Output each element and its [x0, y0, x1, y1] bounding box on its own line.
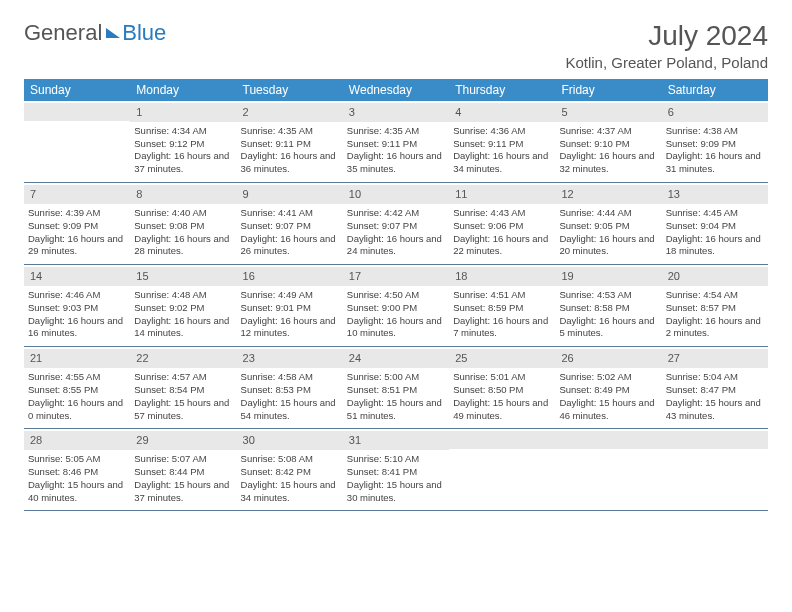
day-info: Sunrise: 4:43 AMSunset: 9:06 PMDaylight:…	[453, 207, 551, 258]
month-title: July 2024	[565, 20, 768, 52]
day-cell: 12Sunrise: 4:44 AMSunset: 9:05 PMDayligh…	[555, 183, 661, 264]
sunset-text: Sunset: 9:09 PM	[28, 220, 126, 233]
day-cell: 14Sunrise: 4:46 AMSunset: 9:03 PMDayligh…	[24, 265, 130, 346]
sunset-text: Sunset: 9:11 PM	[241, 138, 339, 151]
day-cell: 5Sunrise: 4:37 AMSunset: 9:10 PMDaylight…	[555, 101, 661, 182]
sunrise-text: Sunrise: 5:04 AM	[666, 371, 764, 384]
daylight-text: Daylight: 16 hours and 36 minutes.	[241, 150, 339, 176]
title-area: July 2024 Kotlin, Greater Poland, Poland	[565, 20, 768, 71]
sunrise-text: Sunrise: 5:08 AM	[241, 453, 339, 466]
day-number: 11	[449, 185, 555, 204]
sunrise-text: Sunrise: 4:34 AM	[134, 125, 232, 138]
sunset-text: Sunset: 9:10 PM	[559, 138, 657, 151]
day-number: 1	[130, 103, 236, 122]
day-number: 14	[24, 267, 130, 286]
day-cell: 3Sunrise: 4:35 AMSunset: 9:11 PMDaylight…	[343, 101, 449, 182]
day-info: Sunrise: 4:49 AMSunset: 9:01 PMDaylight:…	[241, 289, 339, 340]
day-info: Sunrise: 4:54 AMSunset: 8:57 PMDaylight:…	[666, 289, 764, 340]
daylight-text: Daylight: 16 hours and 29 minutes.	[28, 233, 126, 259]
sunrise-text: Sunrise: 4:35 AM	[241, 125, 339, 138]
day-number: 22	[130, 349, 236, 368]
day-info: Sunrise: 5:05 AMSunset: 8:46 PMDaylight:…	[28, 453, 126, 504]
sunset-text: Sunset: 8:42 PM	[241, 466, 339, 479]
day-info: Sunrise: 4:37 AMSunset: 9:10 PMDaylight:…	[559, 125, 657, 176]
day-cell: 23Sunrise: 4:58 AMSunset: 8:53 PMDayligh…	[237, 347, 343, 428]
day-info: Sunrise: 4:35 AMSunset: 9:11 PMDaylight:…	[241, 125, 339, 176]
day-cell: 19Sunrise: 4:53 AMSunset: 8:58 PMDayligh…	[555, 265, 661, 346]
week-row: 1Sunrise: 4:34 AMSunset: 9:12 PMDaylight…	[24, 101, 768, 183]
sunset-text: Sunset: 8:44 PM	[134, 466, 232, 479]
day-number: 25	[449, 349, 555, 368]
day-number: 15	[130, 267, 236, 286]
sunset-text: Sunset: 9:04 PM	[666, 220, 764, 233]
day-info: Sunrise: 4:39 AMSunset: 9:09 PMDaylight:…	[28, 207, 126, 258]
day-info: Sunrise: 4:58 AMSunset: 8:53 PMDaylight:…	[241, 371, 339, 422]
day-number: 23	[237, 349, 343, 368]
sunset-text: Sunset: 8:51 PM	[347, 384, 445, 397]
sunset-text: Sunset: 9:02 PM	[134, 302, 232, 315]
weekday-monday: Monday	[130, 79, 236, 101]
day-number: 31	[343, 431, 449, 450]
day-info: Sunrise: 4:57 AMSunset: 8:54 PMDaylight:…	[134, 371, 232, 422]
day-number: 19	[555, 267, 661, 286]
daylight-text: Daylight: 16 hours and 7 minutes.	[453, 315, 551, 341]
sunrise-text: Sunrise: 4:48 AM	[134, 289, 232, 302]
logo-text-general: General	[24, 20, 102, 46]
day-info: Sunrise: 4:44 AMSunset: 9:05 PMDaylight:…	[559, 207, 657, 258]
sunset-text: Sunset: 9:00 PM	[347, 302, 445, 315]
day-info: Sunrise: 4:34 AMSunset: 9:12 PMDaylight:…	[134, 125, 232, 176]
week-row: 28Sunrise: 5:05 AMSunset: 8:46 PMDayligh…	[24, 429, 768, 511]
sunrise-text: Sunrise: 4:53 AM	[559, 289, 657, 302]
daylight-text: Daylight: 16 hours and 20 minutes.	[559, 233, 657, 259]
day-cell: 26Sunrise: 5:02 AMSunset: 8:49 PMDayligh…	[555, 347, 661, 428]
sunset-text: Sunset: 9:08 PM	[134, 220, 232, 233]
sunset-text: Sunset: 8:50 PM	[453, 384, 551, 397]
day-cell: 7Sunrise: 4:39 AMSunset: 9:09 PMDaylight…	[24, 183, 130, 264]
day-info: Sunrise: 4:35 AMSunset: 9:11 PMDaylight:…	[347, 125, 445, 176]
location: Kotlin, Greater Poland, Poland	[565, 54, 768, 71]
sunrise-text: Sunrise: 4:50 AM	[347, 289, 445, 302]
day-cell: 2Sunrise: 4:35 AMSunset: 9:11 PMDaylight…	[237, 101, 343, 182]
weekday-thursday: Thursday	[449, 79, 555, 101]
day-cell: 25Sunrise: 5:01 AMSunset: 8:50 PMDayligh…	[449, 347, 555, 428]
sunrise-text: Sunrise: 4:35 AM	[347, 125, 445, 138]
day-number: 2	[237, 103, 343, 122]
calendar: Sunday Monday Tuesday Wednesday Thursday…	[24, 79, 768, 511]
day-number: 28	[24, 431, 130, 450]
sunset-text: Sunset: 8:55 PM	[28, 384, 126, 397]
daylight-text: Daylight: 16 hours and 12 minutes.	[241, 315, 339, 341]
sunrise-text: Sunrise: 4:54 AM	[666, 289, 764, 302]
daylight-text: Daylight: 16 hours and 31 minutes.	[666, 150, 764, 176]
day-cell: 31Sunrise: 5:10 AMSunset: 8:41 PMDayligh…	[343, 429, 449, 510]
header: General Blue July 2024 Kotlin, Greater P…	[24, 20, 768, 71]
day-cell: 4Sunrise: 4:36 AMSunset: 9:11 PMDaylight…	[449, 101, 555, 182]
day-cell: 22Sunrise: 4:57 AMSunset: 8:54 PMDayligh…	[130, 347, 236, 428]
daylight-text: Daylight: 16 hours and 5 minutes.	[559, 315, 657, 341]
daylight-text: Daylight: 16 hours and 10 minutes.	[347, 315, 445, 341]
day-number	[555, 431, 661, 449]
day-number: 9	[237, 185, 343, 204]
day-cell: 18Sunrise: 4:51 AMSunset: 8:59 PMDayligh…	[449, 265, 555, 346]
weekday-tuesday: Tuesday	[237, 79, 343, 101]
day-cell: 27Sunrise: 5:04 AMSunset: 8:47 PMDayligh…	[662, 347, 768, 428]
day-info: Sunrise: 5:10 AMSunset: 8:41 PMDaylight:…	[347, 453, 445, 504]
sunrise-text: Sunrise: 5:01 AM	[453, 371, 551, 384]
day-cell: 1Sunrise: 4:34 AMSunset: 9:12 PMDaylight…	[130, 101, 236, 182]
daylight-text: Daylight: 16 hours and 18 minutes.	[666, 233, 764, 259]
daylight-text: Daylight: 16 hours and 34 minutes.	[453, 150, 551, 176]
sunset-text: Sunset: 9:07 PM	[241, 220, 339, 233]
sunset-text: Sunset: 8:49 PM	[559, 384, 657, 397]
day-number: 12	[555, 185, 661, 204]
day-cell: 21Sunrise: 4:55 AMSunset: 8:55 PMDayligh…	[24, 347, 130, 428]
day-number: 24	[343, 349, 449, 368]
sunrise-text: Sunrise: 4:43 AM	[453, 207, 551, 220]
day-info: Sunrise: 5:02 AMSunset: 8:49 PMDaylight:…	[559, 371, 657, 422]
day-number: 4	[449, 103, 555, 122]
weekday-friday: Friday	[555, 79, 661, 101]
day-info: Sunrise: 4:42 AMSunset: 9:07 PMDaylight:…	[347, 207, 445, 258]
day-cell	[555, 429, 661, 510]
sunrise-text: Sunrise: 4:37 AM	[559, 125, 657, 138]
day-info: Sunrise: 4:41 AMSunset: 9:07 PMDaylight:…	[241, 207, 339, 258]
day-info: Sunrise: 4:46 AMSunset: 9:03 PMDaylight:…	[28, 289, 126, 340]
day-cell: 8Sunrise: 4:40 AMSunset: 9:08 PMDaylight…	[130, 183, 236, 264]
